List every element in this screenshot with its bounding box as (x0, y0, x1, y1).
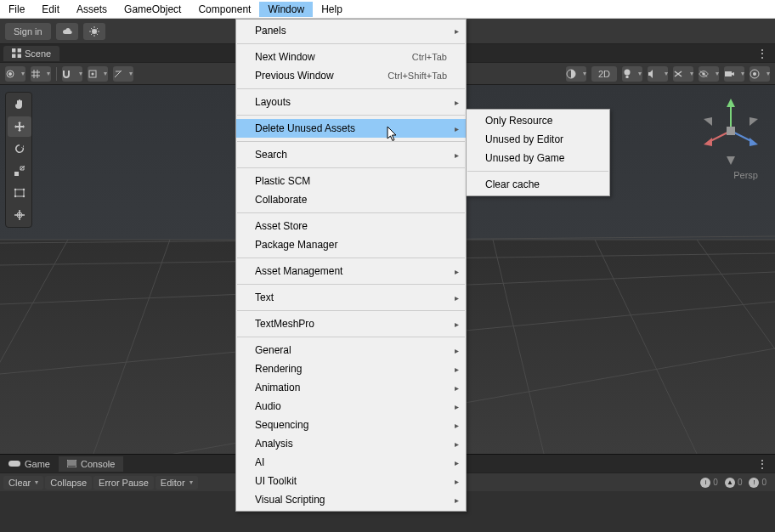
game-tab[interactable]: Game (0, 456, 59, 472)
rotate-tool[interactable] (8, 139, 31, 159)
visibility-toggle[interactable] (699, 66, 719, 82)
camera-dropdown[interactable] (724, 66, 744, 82)
snap-icon (88, 70, 97, 78)
submenu-unused-by-game[interactable]: Unused by Game (467, 149, 609, 167)
grid-icon (12, 48, 21, 58)
draw-mode-dropdown[interactable] (566, 66, 586, 82)
menuitem-text[interactable]: Text (236, 288, 466, 307)
menuitem-package-manager[interactable]: Package Manager (236, 235, 466, 254)
menu-edit[interactable]: Edit (33, 2, 68, 17)
menubar: FileEditAssetsGameObjectComponentWindowH… (0, 0, 775, 19)
submenu-clear-cache[interactable]: Clear cache (467, 175, 609, 194)
grid-snap-dropdown[interactable] (31, 66, 51, 82)
console-editor-dropdown[interactable]: Editor (156, 476, 198, 490)
menuitem-audio[interactable]: Audio (236, 397, 466, 416)
scene-tab-kebab-icon[interactable]: ⋮ (750, 47, 775, 60)
menu-component[interactable]: Component (190, 2, 259, 17)
svg-point-6 (625, 69, 631, 75)
svg-rect-25 (14, 172, 19, 176)
svg-line-34 (709, 131, 731, 142)
menuitem-animation[interactable]: Animation (236, 378, 466, 397)
menuitem-ui-toolkit[interactable]: UI Toolkit (236, 472, 466, 490)
svg-point-27 (14, 189, 16, 190)
menuitem-asset-management[interactable]: Asset Management (236, 262, 466, 280)
gizmo-icon (750, 69, 760, 79)
svg-marker-36 (750, 138, 758, 146)
warn-icon: ▲ (725, 478, 735, 488)
speaker-icon (648, 70, 658, 78)
menuitem-rendering[interactable]: Rendering (236, 359, 466, 378)
snap-dropdown[interactable] (88, 66, 108, 82)
menu-file[interactable]: File (0, 2, 33, 17)
gamepad-icon (8, 460, 20, 467)
svg-marker-35 (727, 99, 735, 107)
menuitem-sequencing[interactable]: Sequencing (236, 416, 466, 434)
console-collapse-button[interactable]: Collapse (45, 476, 92, 490)
bottom-tab-kebab-icon[interactable]: ⋮ (750, 457, 775, 471)
menu-gameobject[interactable]: GameObject (116, 2, 190, 17)
sign-in-button[interactable]: Sign in (5, 23, 51, 40)
svg-line-19 (93, 240, 170, 454)
svg-line-24 (697, 240, 775, 454)
game-tab-label: Game (25, 459, 50, 469)
orientation-gizmo[interactable] (697, 95, 765, 172)
menuitem-layouts[interactable]: Layouts (236, 93, 466, 111)
console-info-count[interactable]: i 0 (700, 478, 718, 488)
fx-toggle[interactable] (673, 66, 693, 82)
console-icon (67, 460, 76, 467)
svg-marker-40 (704, 117, 712, 126)
svg-point-30 (23, 195, 25, 197)
menuitem-delete-unused-assets[interactable]: Delete Unused Assets (236, 119, 466, 138)
error-icon: ! (749, 478, 759, 488)
perspective-label: Persp (733, 170, 758, 180)
submenu-only-resource[interactable]: Only Resource (467, 111, 609, 130)
svg-marker-39 (750, 117, 758, 126)
menu-assets[interactable]: Assets (68, 2, 116, 17)
svg-marker-38 (727, 156, 735, 165)
move-tool[interactable] (8, 116, 31, 137)
menuitem-ai[interactable]: AI (236, 453, 466, 472)
menuitem-asset-store[interactable]: Asset Store (236, 217, 466, 235)
gizmos-dropdown[interactable] (750, 66, 770, 82)
scale-tool[interactable] (8, 161, 31, 181)
menuitem-textmeshpro[interactable]: TextMeshPro (236, 314, 466, 333)
console-error-count[interactable]: ! 0 (749, 478, 767, 488)
cloud-icon[interactable] (56, 23, 78, 40)
grid-vis-dropdown[interactable] (113, 66, 133, 82)
snap-increment-dropdown[interactable] (62, 66, 82, 82)
transform-tool[interactable] (8, 205, 31, 225)
menuitem-next-window[interactable]: Next WindowCtrl+Tab (236, 48, 466, 66)
svg-line-33 (731, 131, 753, 142)
console-tab[interactable]: Console (59, 456, 123, 472)
grid-icon (31, 70, 40, 78)
menuitem-plastic-scm[interactable]: Plastic SCM (236, 172, 466, 190)
menuitem-analysis[interactable]: Analysis (236, 434, 466, 453)
console-warn-count[interactable]: ▲ 0 (725, 478, 743, 488)
menuitem-previous-window[interactable]: Previous WindowCtrl+Shift+Tab (236, 66, 466, 85)
fx-icon (673, 70, 683, 78)
pivot-icon (6, 70, 14, 78)
lighting-toggle[interactable] (622, 66, 642, 82)
menuitem-panels[interactable]: Panels (236, 21, 466, 40)
menuitem-collaborate[interactable]: Collaborate (236, 190, 466, 209)
svg-marker-37 (704, 138, 712, 146)
menuitem-search[interactable]: Search (236, 145, 466, 164)
menuitem-visual-scripting[interactable]: Visual Scripting (236, 490, 466, 509)
rect-tool[interactable] (8, 183, 31, 203)
mode-2d-toggle[interactable]: 2D (591, 66, 617, 82)
tool-handle-dropdown[interactable] (5, 66, 25, 82)
svg-line-23 (595, 240, 697, 454)
ruler-icon (114, 70, 122, 78)
menu-help[interactable]: Help (313, 2, 351, 17)
scene-tab[interactable]: Scene (3, 46, 59, 61)
svg-rect-7 (626, 76, 629, 78)
menuitem-general[interactable]: General (236, 341, 466, 359)
bug-icon[interactable] (83, 23, 105, 40)
svg-line-18 (0, 240, 68, 454)
console-clear-button[interactable]: Clear (3, 476, 43, 490)
submenu-unused-by-editor[interactable]: Unused by Editor (467, 130, 609, 149)
console-error-pause-button[interactable]: Error Pause (93, 476, 154, 490)
audio-toggle[interactable] (648, 66, 668, 82)
hand-tool[interactable] (8, 94, 31, 115)
menu-window[interactable]: Window (259, 2, 313, 17)
